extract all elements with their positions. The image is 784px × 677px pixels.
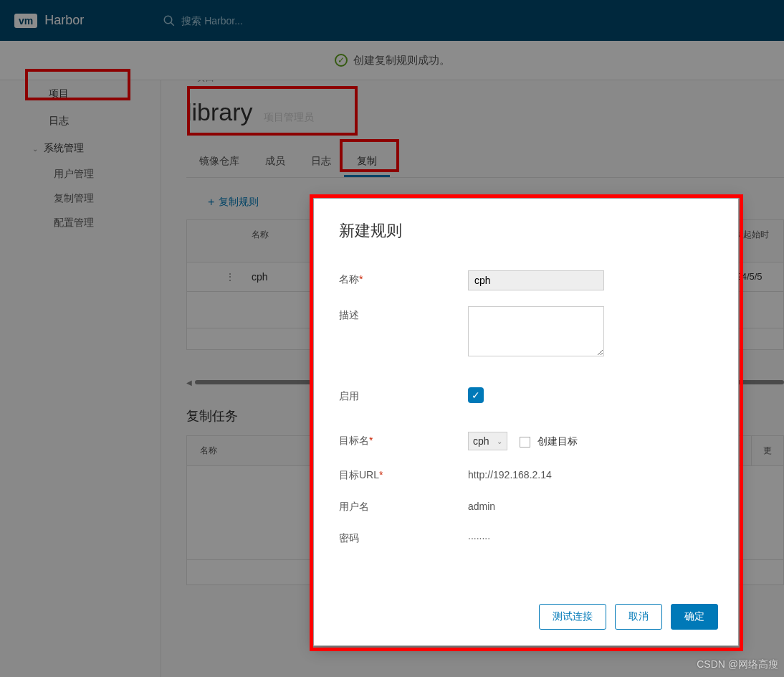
desc-textarea[interactable]: [468, 306, 604, 356]
label-user: 用户名: [339, 498, 468, 513]
label-pwd: 密码: [339, 529, 468, 545]
enable-checkbox[interactable]: ✓: [468, 387, 484, 403]
label-target: 目标名*: [339, 432, 468, 448]
test-connection-button[interactable]: 测试连接: [539, 604, 606, 630]
target-selected-value: cph: [473, 435, 489, 447]
label-desc: 描述: [339, 306, 468, 322]
form-row-user: 用户名 admin: [339, 498, 717, 513]
form-row-name: 名称*: [339, 270, 717, 290]
form-row-target: 目标名* cph ⌄ 创建目标: [339, 432, 717, 450]
target-select[interactable]: cph ⌄: [468, 432, 507, 450]
form-row-url: 目标URL* http://192.168.2.14: [339, 466, 717, 482]
create-target-label: 创建目标: [537, 435, 578, 447]
cancel-button[interactable]: 取消: [615, 604, 662, 630]
label-name: 名称*: [339, 270, 468, 286]
form-row-enable: 启用 ✓: [339, 387, 717, 403]
watermark: CSDN @网络高瘦: [697, 658, 778, 671]
create-target-checkbox[interactable]: [520, 437, 530, 448]
modal-footer: 测试连接 取消 确定: [314, 591, 738, 645]
pwd-value: ········: [468, 529, 490, 544]
chevron-down-icon: ⌄: [497, 437, 502, 445]
new-rule-modal: 新建规则 名称* 描述 启用 ✓ 目标名* cph ⌄ 创建目标: [313, 198, 739, 646]
form-row-desc: 描述: [339, 306, 717, 359]
name-input[interactable]: [468, 270, 604, 290]
modal-body: 新建规则 名称* 描述 启用 ✓ 目标名* cph ⌄ 创建目标: [314, 199, 738, 591]
url-value: http://192.168.2.14: [468, 466, 552, 480]
form-row-pwd: 密码 ········: [339, 529, 717, 545]
user-value: admin: [468, 498, 495, 512]
label-url: 目标URL*: [339, 466, 468, 482]
modal-title: 新建规则: [339, 220, 717, 242]
ok-button[interactable]: 确定: [671, 604, 718, 630]
label-enable: 启用: [339, 387, 468, 403]
